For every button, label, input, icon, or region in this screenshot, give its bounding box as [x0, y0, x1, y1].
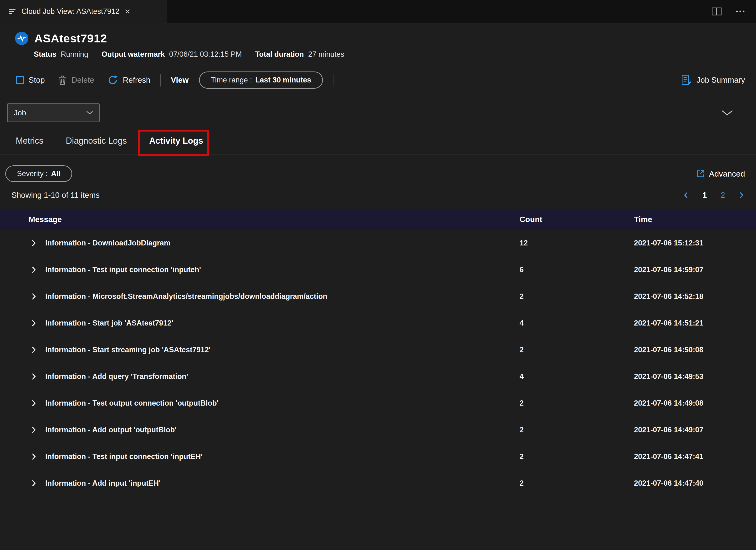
table-row[interactable]: Information - Add input 'inputEH' 2 2021… — [0, 470, 756, 497]
toolbar-divider-2 — [333, 74, 333, 87]
table-row[interactable]: Information - Start job 'ASAtest7912' 4 … — [0, 310, 756, 336]
time-range-label: Time range : — [211, 76, 252, 84]
log-message: Information - Add query 'Transformation' — [45, 372, 188, 381]
refresh-button[interactable]: Refresh — [107, 75, 150, 85]
log-message: Information - Test input connection 'inp… — [45, 452, 203, 461]
page-title: ASAtest7912 — [34, 32, 107, 45]
status-label: Status — [34, 50, 56, 59]
duration-value: 27 minutes — [308, 50, 344, 59]
previous-page-icon[interactable] — [683, 192, 689, 199]
stop-button[interactable]: Stop — [16, 76, 45, 85]
pagination: 1 2 — [683, 191, 744, 200]
expand-row-chevron-icon[interactable] — [31, 292, 36, 300]
log-message: Information - Test output connection 'ou… — [45, 399, 219, 407]
table-row[interactable]: Information - Test output connection 'ou… — [0, 390, 756, 417]
column-header-message: Message — [0, 215, 512, 224]
refresh-label: Refresh — [123, 76, 150, 85]
table-header-row: Message Count Time — [0, 209, 756, 230]
log-count: 2 — [512, 426, 627, 434]
table-row[interactable]: Information - Microsoft.StreamAnalytics/… — [0, 283, 756, 310]
tab-diagnostic-logs[interactable]: Diagnostic Logs — [66, 136, 127, 146]
next-page-icon[interactable] — [739, 192, 744, 199]
table-row[interactable]: Information - Test input connection 'inp… — [0, 443, 756, 470]
log-count: 2 — [512, 292, 627, 301]
job-summary-label: Job Summary — [696, 76, 745, 85]
toolbar-divider — [160, 74, 161, 87]
log-time: 2021-07-06 14:49:08 — [627, 399, 756, 407]
more-actions-icon[interactable] — [736, 10, 745, 13]
tab-activity-logs[interactable]: Activity Logs — [149, 136, 203, 146]
tab-metrics[interactable]: Metrics — [16, 136, 43, 146]
log-count: 12 — [512, 239, 627, 247]
job-filter-row: Job — [0, 95, 756, 130]
log-time: 2021-07-06 14:51:21 — [627, 319, 756, 327]
job-dropdown-value: Job — [14, 108, 26, 117]
table-row[interactable]: Information - Add output 'outputBlob' 2 … — [0, 417, 756, 443]
severity-label: Severity : — [17, 169, 48, 178]
table-row[interactable]: Information - Start streaming job 'ASAte… — [0, 336, 756, 363]
delete-button[interactable]: Delete — [58, 75, 94, 85]
log-time: 2021-07-06 15:12:31 — [627, 239, 756, 247]
status-value: Running — [61, 50, 88, 59]
job-view-icon — [8, 8, 16, 15]
log-count: 2 — [512, 452, 627, 461]
log-count: 6 — [512, 265, 627, 274]
job-dropdown[interactable]: Job — [7, 103, 100, 122]
table-row[interactable]: Information - Add query 'Transformation'… — [0, 363, 756, 390]
expand-row-chevron-icon[interactable] — [31, 399, 36, 407]
log-message: Information - DownloadJobDiagram — [45, 239, 170, 247]
expand-row-chevron-icon[interactable] — [31, 453, 36, 461]
advanced-label: Advanced — [709, 169, 745, 178]
advanced-button[interactable]: Advanced — [696, 169, 745, 178]
activity-log-table: Message Count Time Information - Downloa… — [0, 209, 756, 497]
time-range-value: Last 30 minutes — [255, 76, 311, 84]
expand-row-chevron-icon[interactable] — [31, 266, 36, 274]
trash-icon — [58, 75, 67, 85]
job-header: ASAtest7912 Status Running Output waterm… — [0, 23, 756, 59]
expand-row-chevron-icon[interactable] — [31, 346, 36, 354]
watermark-value: 07/06/21 03:12:15 PM — [169, 50, 242, 59]
expand-row-chevron-icon[interactable] — [31, 319, 36, 327]
watermark-label: Output watermark — [102, 50, 165, 59]
view-label: View — [171, 76, 189, 85]
log-message: Information - Test input connection 'inp… — [45, 265, 201, 274]
duration-label: Total duration — [255, 50, 304, 59]
expand-row-chevron-icon[interactable] — [31, 479, 36, 487]
table-row[interactable]: Information - DownloadJobDiagram 12 2021… — [0, 230, 756, 256]
expand-row-chevron-icon[interactable] — [31, 239, 36, 247]
collapse-section-chevron-icon[interactable] — [721, 109, 733, 116]
log-message: Information - Add output 'outputBlob' — [45, 426, 177, 434]
close-tab-icon[interactable] — [125, 9, 130, 14]
time-range-pill[interactable]: Time range : Last 30 minutes — [199, 71, 323, 89]
job-summary-button[interactable]: Job Summary — [681, 75, 745, 86]
table-row[interactable]: Information - Test input connection 'inp… — [0, 256, 756, 283]
log-time: 2021-07-06 14:52:18 — [627, 292, 756, 301]
log-message: Information - Add input 'inputEH' — [45, 479, 161, 488]
column-header-time: Time — [627, 215, 756, 224]
job-summary-icon — [681, 75, 692, 86]
results-summary-row: Showing 1-10 of 11 items 1 2 — [0, 182, 756, 200]
page-1-button[interactable]: 1 — [702, 191, 707, 200]
log-message: Information - Start job 'ASAtest7912' — [45, 319, 173, 327]
log-time: 2021-07-06 14:47:41 — [627, 452, 756, 461]
editor-tab-bar: Cloud Job View: ASAtest7912 — [0, 0, 756, 23]
log-view-tabs: Metrics Diagnostic Logs Activity Logs — [0, 130, 756, 154]
stop-label: Stop — [29, 76, 45, 85]
expand-row-chevron-icon[interactable] — [31, 372, 36, 381]
log-controls-row: Severity : All Advanced — [0, 154, 756, 182]
stop-icon — [16, 76, 24, 84]
page-2-button[interactable]: 2 — [721, 191, 725, 200]
cloud-job-view-tab[interactable]: Cloud Job View: ASAtest7912 — [0, 0, 167, 23]
tab-bar-spacer — [167, 0, 712, 23]
refresh-icon — [107, 75, 118, 85]
expand-row-chevron-icon[interactable] — [31, 426, 36, 434]
log-count: 2 — [512, 399, 627, 407]
log-time: 2021-07-06 14:47:40 — [627, 479, 756, 488]
tab-title: Cloud Job View: ASAtest7912 — [21, 7, 119, 16]
log-message: Information - Start streaming job 'ASAte… — [45, 346, 210, 354]
log-time: 2021-07-06 14:59:07 — [627, 265, 756, 274]
log-count: 2 — [512, 346, 627, 354]
job-status-row: Status Running Output watermark 07/06/21… — [34, 50, 756, 59]
split-editor-icon[interactable] — [712, 7, 722, 15]
severity-filter-pill[interactable]: Severity : All — [5, 165, 72, 182]
